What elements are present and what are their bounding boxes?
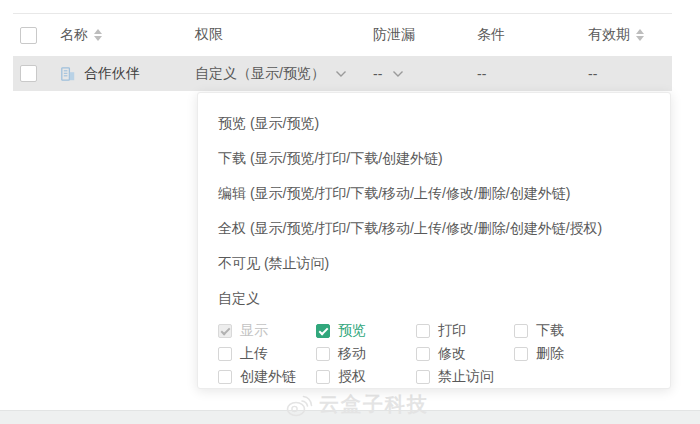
leak-select[interactable]: -- — [373, 66, 477, 82]
column-header-leak: 防泄漏 — [373, 26, 477, 44]
table-row[interactable]: 合作伙伴 自定义（显示/预览） -- -- -- — [13, 56, 672, 91]
condition-value: -- — [477, 66, 486, 82]
chevron-down-icon — [392, 70, 404, 78]
column-header-leak-label: 防泄漏 — [373, 26, 415, 44]
menu-item-invisible[interactable]: 不可见 (禁止访问) — [198, 246, 670, 281]
checkbox-download[interactable] — [514, 324, 528, 338]
checkbox-item-authorize: 授权 — [316, 365, 416, 388]
checkbox-item-delete: 删除 — [514, 342, 650, 365]
column-header-validity-label: 有效期 — [588, 26, 630, 44]
select-all-checkbox[interactable] — [20, 27, 37, 44]
watermark-text: 云盒子科技 — [319, 391, 429, 418]
permission-dropdown: 预览 (显示/预览) 下载 (显示/预览/打印/下载/创建外链) 编辑 (显示/… — [197, 92, 671, 389]
checkbox-external-link[interactable] — [218, 370, 232, 384]
checkbox-modify-label: 修改 — [438, 345, 466, 363]
checkbox-display — [218, 324, 232, 338]
checkbox-print-label: 打印 — [438, 322, 466, 340]
checkbox-item-move: 移动 — [316, 342, 416, 365]
table-header-row: 名称 权限 防泄漏 条件 有效期 — [13, 14, 672, 56]
checkbox-item-upload: 上传 — [218, 342, 316, 365]
menu-item-download[interactable]: 下载 (显示/预览/打印/下载/创建外链) — [198, 141, 670, 176]
validity-value: -- — [588, 66, 597, 82]
checkbox-authorize-label: 授权 — [338, 368, 366, 386]
checkbox-preview-label: 预览 — [338, 322, 366, 340]
row-cell-checkbox — [13, 65, 60, 82]
permissions-table: 名称 权限 防泄漏 条件 有效期 — [13, 13, 672, 91]
checkbox-download-label: 下载 — [536, 322, 564, 340]
row-name-label: 合作伙伴 — [84, 65, 140, 83]
column-header-validity[interactable]: 有效期 — [588, 26, 672, 44]
column-header-name-label: 名称 — [60, 26, 88, 44]
row-cell-condition: -- — [477, 66, 588, 82]
column-header-name[interactable]: 名称 — [60, 26, 195, 44]
checkbox-forbid-label: 禁止访问 — [438, 368, 494, 386]
checkbox-item-display: 显示 — [218, 319, 316, 342]
column-header-permission-label: 权限 — [195, 26, 223, 44]
sort-arrows-icon[interactable] — [94, 29, 102, 41]
checkbox-external-link-label: 创建外链 — [240, 368, 296, 386]
column-header-permission: 权限 — [195, 26, 373, 44]
checkbox-forbid[interactable] — [416, 370, 430, 384]
checkbox-item-forbid: 禁止访问 — [416, 365, 514, 388]
checkbox-print[interactable] — [416, 324, 430, 338]
weibo-logo-icon — [286, 392, 313, 418]
checkbox-item-download: 下载 — [514, 319, 650, 342]
checkbox-upload[interactable] — [218, 347, 232, 361]
checkbox-item-preview: 预览 — [316, 319, 416, 342]
checkbox-upload-label: 上传 — [240, 345, 268, 363]
checkbox-delete-label: 删除 — [536, 345, 564, 363]
chevron-down-icon — [335, 70, 347, 78]
custom-permission-grid: 显示 预览 打印 下载 上传 移动 — [218, 319, 650, 388]
checkbox-item-external-link: 创建外链 — [218, 365, 316, 388]
menu-item-custom[interactable]: 自定义 — [198, 281, 670, 316]
checkbox-modify[interactable] — [416, 347, 430, 361]
header-cell-checkbox — [13, 27, 60, 44]
checkbox-move-label: 移动 — [338, 345, 366, 363]
column-header-condition: 条件 — [477, 26, 588, 44]
share-permission-screen: 名称 权限 防泄漏 条件 有效期 — [0, 0, 700, 424]
checkbox-move[interactable] — [316, 347, 330, 361]
organization-building-icon — [60, 66, 76, 82]
permission-select-value: 自定义（显示/预览） — [195, 65, 325, 83]
menu-item-full[interactable]: 全权 (显示/预览/打印/下载/移动/上传/修改/删除/创建外链/授权) — [198, 211, 670, 246]
row-cell-validity: -- — [588, 66, 672, 82]
row-cell-name: 合作伙伴 — [60, 65, 195, 83]
row-checkbox[interactable] — [20, 65, 37, 82]
sort-arrows-icon[interactable] — [636, 29, 644, 41]
checkbox-display-label: 显示 — [240, 322, 268, 340]
leak-select-value: -- — [373, 66, 382, 82]
checkbox-authorize[interactable] — [316, 370, 330, 384]
checkbox-preview[interactable] — [316, 324, 330, 338]
checkbox-delete[interactable] — [514, 347, 528, 361]
checkbox-item-modify: 修改 — [416, 342, 514, 365]
checkbox-item-print: 打印 — [416, 319, 514, 342]
watermark: 云盒子科技 — [286, 391, 429, 418]
menu-item-preview[interactable]: 预览 (显示/预览) — [198, 106, 670, 141]
column-header-condition-label: 条件 — [477, 26, 505, 44]
permission-select[interactable]: 自定义（显示/预览） — [195, 65, 373, 83]
menu-item-edit[interactable]: 编辑 (显示/预览/打印/下载/移动/上传/修改/删除/创建外链) — [198, 176, 670, 211]
